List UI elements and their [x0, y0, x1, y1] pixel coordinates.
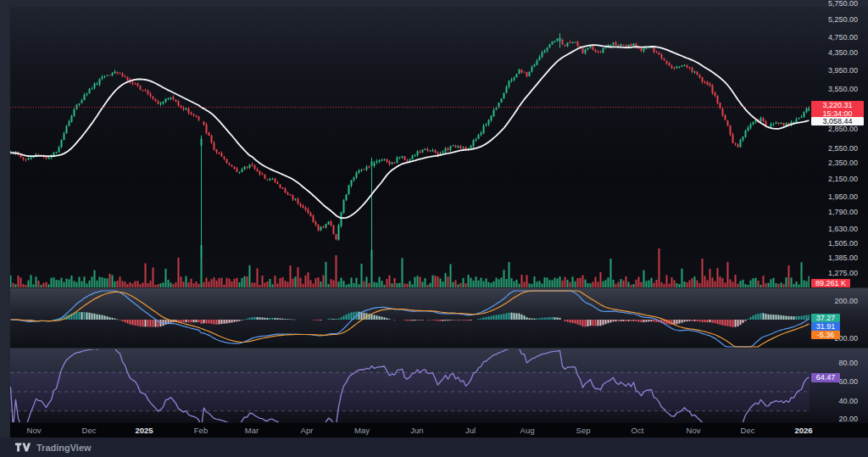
tradingview-logo-icon[interactable] [15, 442, 31, 453]
macd-line-badge: 31.91 [811, 322, 840, 331]
macd-signal-badge: -5.36 [811, 331, 840, 339]
volume-value-badge: 89.261 K [811, 279, 850, 287]
last-price-time: 15:34:00 [811, 109, 864, 118]
ma-value-badge: 3,058.44 [811, 117, 864, 125]
trading-chart-window: 5,750.005,250.004,750.004,350.003,950.00… [0, 0, 868, 457]
macd-histogram-badge: 37.27 [811, 314, 840, 322]
tradingview-brand-text[interactable]: TradingView [36, 443, 92, 453]
rsi-value-badge: 64.47 [811, 373, 840, 382]
last-price-badge: 3,220.31 15:34:00 [811, 101, 864, 117]
chart-canvas[interactable] [0, 0, 868, 457]
footer-bar: TradingView [0, 437, 868, 457]
last-price-value: 3,220.31 [811, 101, 864, 109]
